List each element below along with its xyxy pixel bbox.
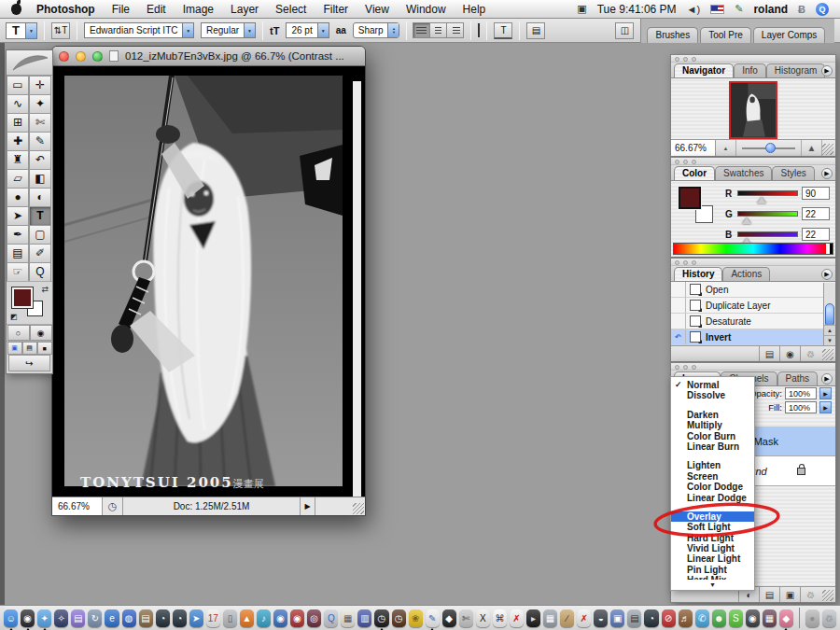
dock-internet-explorer[interactable]: e [105, 609, 119, 627]
volume-icon[interactable]: ◄) [687, 4, 701, 15]
dock-x11[interactable]: X [476, 609, 490, 627]
apple-menu-icon[interactable] [11, 4, 21, 15]
blue-value-field[interactable]: 22 [802, 228, 830, 241]
fill-field[interactable]: 100% [785, 401, 817, 413]
lasso-tool[interactable]: ∿ [7, 94, 29, 114]
new-document-from-state-button[interactable]: ▤ [759, 346, 779, 361]
default-colors-icon[interactable]: ◩ [10, 313, 18, 321]
minimize-button[interactable] [76, 51, 86, 62]
scroll-up-icon[interactable]: ▲ [824, 325, 835, 335]
blend-mode-linear-dodge[interactable]: Linear Dodge [671, 493, 754, 503]
notes-tool[interactable]: ▤ [7, 244, 29, 263]
image-canvas[interactable]: TONYTSUI 2005漫畫展 [52, 66, 365, 497]
blend-mode-linear-light[interactable]: Linear Light [671, 553, 754, 564]
pen-tool[interactable]: ✒ [7, 225, 29, 245]
blend-mode-lighten[interactable]: Lighten [671, 460, 754, 470]
history-source-well[interactable] [671, 282, 686, 297]
foreground-color-swatch[interactable] [679, 187, 701, 209]
dock-software-update[interactable]: ↻ [88, 609, 102, 627]
display-icon[interactable]: ▣ [577, 3, 586, 15]
slider-knob[interactable] [765, 143, 776, 153]
color-spectrum-ramp[interactable] [673, 243, 833, 255]
dock-ical[interactable]: 17 [206, 609, 220, 627]
crop-tool[interactable]: ⊞ [7, 113, 29, 133]
navigator-zoom-field[interactable]: 66.67% [671, 140, 716, 156]
pen-icon[interactable]: ✎ [735, 3, 743, 15]
text-color-swatch[interactable] [478, 23, 480, 37]
red-value-field[interactable]: 90 [802, 187, 830, 200]
dock-calculator[interactable]: ▦ [543, 609, 557, 627]
standard-screen-button[interactable]: ▣ [7, 342, 22, 355]
history-scrollbar[interactable]: ▲ ▼ [823, 283, 835, 345]
document-titlebar[interactable]: 012_izMub7En3vBx.jpg @ 66.7% (Contrast .… [52, 47, 365, 66]
dock-gauge-c[interactable]: ◔ [644, 609, 658, 627]
toggle-palettes-button[interactable]: ▤ [526, 22, 545, 39]
tab-swatches[interactable]: Swatches [715, 166, 772, 180]
scroll-down-icon[interactable]: ▼ [824, 335, 835, 345]
tab-histogram[interactable]: Histogram [766, 63, 826, 77]
menu-select[interactable]: Select [275, 3, 306, 16]
history-brush-tool[interactable]: ↶ [29, 150, 51, 170]
menu-scroll-down-icon[interactable]: ▼ [671, 580, 754, 590]
history-brush-source-icon[interactable]: ↶ [671, 329, 686, 344]
menu-help[interactable]: Help [463, 3, 486, 16]
slider-thumb[interactable] [757, 197, 766, 203]
green-value-field[interactable]: 22 [802, 207, 830, 220]
zoom-out-icon[interactable]: ▲ [716, 140, 736, 156]
dock-blue-box[interactable]: ▣ [610, 609, 624, 627]
blend-mode-hard-light[interactable]: Hard Light [671, 533, 754, 543]
palette-window-dots[interactable] [671, 158, 835, 165]
tab-info[interactable]: Info [734, 63, 766, 77]
resize-grip[interactable] [822, 590, 833, 601]
menu-view[interactable]: View [365, 3, 389, 16]
palette-menu-icon[interactable]: ▶ [821, 168, 833, 179]
brush-tool[interactable]: ✎ [29, 132, 51, 151]
blue-slider[interactable] [737, 231, 798, 237]
user-menu[interactable]: roland [753, 3, 788, 16]
tool-preset-picker[interactable]: T ▼ [6, 22, 37, 39]
tab-navigator[interactable]: Navigator [674, 63, 734, 77]
dock-red-x[interactable]: ✗ [510, 609, 524, 627]
tab-paths[interactable]: Paths [777, 371, 819, 385]
history-state-duplicate-layer[interactable]: Duplicate Layer [671, 298, 823, 314]
menu-window[interactable]: Window [406, 3, 446, 16]
quick-mask-mode-button[interactable]: ◉ [30, 325, 52, 341]
resize-grip[interactable] [353, 503, 364, 514]
dock-photo-booth[interactable]: ◉ [746, 609, 760, 627]
font-style-select[interactable]: Regular ▼ [201, 22, 256, 38]
dock-month-calendar[interactable]: ▦ [341, 609, 355, 627]
magic-wand-tool[interactable]: ✦ [29, 94, 51, 114]
blend-mode-multiply[interactable]: Multiply [671, 420, 754, 430]
healing-brush-tool[interactable]: ✚ [7, 132, 29, 151]
blur-tool[interactable]: ● [7, 188, 29, 207]
dock-clock-black[interactable]: ◷ [374, 609, 388, 627]
zoom-button[interactable] [92, 51, 103, 62]
menu-filter[interactable]: Filter [323, 3, 348, 16]
well-tab-tool-presets[interactable]: Tool Pre [700, 27, 751, 43]
palette-menu-icon[interactable]: ▶ [821, 65, 833, 77]
blend-mode-vivid-light[interactable]: Vivid Light [671, 543, 754, 553]
anti-alias-select[interactable]: Sharp ▲▼ [353, 22, 400, 38]
dock-msn-messenger[interactable]: ☻ [712, 609, 726, 627]
dock-compass[interactable]: ➤ [189, 609, 203, 627]
tab-actions[interactable]: Actions [722, 267, 770, 281]
hand-tool[interactable]: ☞ [7, 262, 29, 282]
resize-grip[interactable] [822, 144, 833, 155]
dock-eagle-cam[interactable]: ◆ [442, 609, 456, 627]
bluetooth-icon[interactable]: Ƀ [798, 4, 805, 15]
blend-mode-linear-burn[interactable]: Linear Burn [671, 441, 754, 452]
slider-thumb[interactable] [742, 217, 751, 224]
history-state-invert[interactable]: ↶ Invert [671, 329, 823, 345]
dock-dashboard[interactable]: ◉ [21, 609, 35, 627]
dock-printer[interactable]: ▤ [627, 609, 641, 627]
eyedropper-tool[interactable]: ✐ [29, 244, 51, 263]
jump-to-imageready-button[interactable]: ↪ [8, 355, 50, 371]
text-orientation-button[interactable]: ⇅T [51, 22, 70, 39]
dock-ipod[interactable]: ▯ [223, 609, 237, 627]
status-popup-arrow[interactable]: ▶ [301, 497, 315, 515]
blend-mode-dissolve[interactable]: Dissolve [671, 390, 754, 400]
shape-tool[interactable]: ▢ [29, 225, 51, 245]
dock-camera-red[interactable]: ◉ [290, 609, 304, 627]
rectangular-marquee-tool[interactable]: ▭ [7, 76, 29, 95]
well-tab-layer-comps[interactable]: Layer Comps [753, 27, 825, 43]
